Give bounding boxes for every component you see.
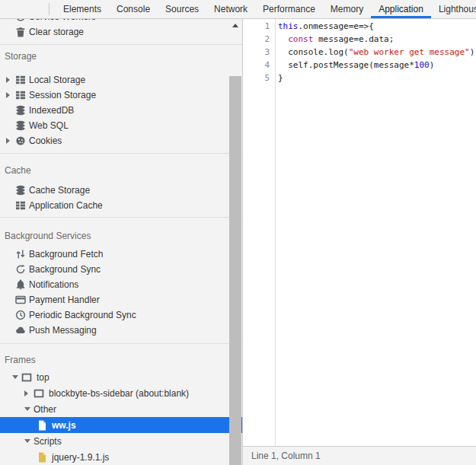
sidebar-item-push-messaging[interactable]: Push Messaging [0,323,242,338]
sidebar-item-payment-handler[interactable]: Payment Handler [0,292,242,307]
token-plain: } [278,73,283,83]
database-icon [15,105,26,116]
scroll-up-arrow-icon[interactable] [232,24,238,27]
sidebar-scrollbar-thumb[interactable] [229,76,241,465]
item-label: top [37,372,50,383]
token-atom: this [278,21,299,31]
sidebar-item-web-sql[interactable]: Web SQL [0,118,242,133]
token-plain: message=e.data; [313,34,394,44]
tab-sources[interactable]: Sources [158,0,206,18]
trash-icon [15,27,26,37]
tab-elements[interactable]: Elements [56,0,109,18]
token-plain: console.log( [278,47,349,57]
item-label: Payment Handler [29,295,100,305]
code-line: 5} [243,72,476,84]
sidebar-item-indexeddb[interactable]: IndexedDB [0,103,242,118]
tab-lighthouse[interactable]: Lighthouse [431,0,476,18]
item-label: Push Messaging [29,325,97,336]
frame-item-scripts[interactable]: Scripts [0,433,242,449]
tab-application[interactable]: Application [371,0,431,18]
section-header-storage: Storage [0,49,242,64]
item-label: Web SQL [29,120,69,131]
tab-memory[interactable]: Memory [323,0,371,18]
clock-icon [15,310,26,320]
sidebar-item-local-storage[interactable]: Local Storage [0,72,242,88]
item-label: Other [34,404,56,415]
section-header-cache: Cache [0,163,242,178]
inspect-button[interactable] [5,0,24,18]
bg-fetch-icon [15,249,26,260]
section-bg: Background ServicesBackground FetchBackg… [0,217,242,338]
item-label: IndexedDB [29,105,74,116]
sidebar-item-service-workers[interactable]: Service Workers [0,19,242,24]
item-label: Cookies [29,135,62,146]
sidebar-item-clear-storage[interactable]: Clear storage [0,24,242,40]
section-storage: StorageLocal StorageSession StorageIndex… [0,44,242,148]
chevron-down-icon[interactable] [24,407,34,411]
tab-performance[interactable]: Performance [255,0,323,18]
sidebar-item-background-fetch[interactable]: Background Fetch [0,247,242,262]
code-line: 3 console.log("web worker get message") [243,46,476,59]
doc-script-icon [37,452,47,463]
cloud-icon [15,325,26,336]
token-plain [278,34,288,44]
frame-item-blockbyte-bs-sidebar-about-blank[interactable]: blockbyte-bs-sidebar (about:blank) [0,385,242,401]
token-keyword: const [288,34,313,44]
sidebar-item-background-sync[interactable]: Background Sync [0,262,242,277]
code-text: this.onmessage=e=>{ [275,20,374,33]
editor-statusbar: Line 1, Column 1 [243,446,476,465]
frame-icon [34,388,44,399]
chevron-right-icon[interactable] [6,92,15,98]
section-sw: Service WorkersClear storage [0,19,242,40]
chevron-right-icon[interactable] [6,138,15,144]
service-worker-icon [15,19,26,22]
sidebar-item-periodic-background-sync[interactable]: Periodic Background Sync [0,307,242,323]
code-line: 4 self.postMessage(message*100) [243,59,476,72]
payment-icon [15,295,26,305]
line-number: 2 [243,33,275,46]
source-editor[interactable]: 1this.onmessage=e=>{2 const message=e.da… [243,19,476,465]
item-label: Cache Storage [29,185,90,196]
application-panel: Service WorkersClear storageStorageLocal… [0,19,476,465]
database-icon [15,185,26,196]
section-separator [0,44,242,45]
device-toolbar-button[interactable] [24,0,44,18]
gutter-divider [275,19,276,446]
line-number: 1 [243,20,275,33]
sidebar-item-cookies[interactable]: Cookies [0,133,242,148]
sidebar-item-notifications[interactable]: Notifications [0,277,242,292]
bg-sync-icon [15,264,26,275]
code-line: 2 const message=e.data; [243,33,476,46]
bell-icon [15,279,26,290]
frame-item-other[interactable]: Other [0,401,242,417]
cursor-position-label: Line 1, Column 1 [251,451,321,461]
code-area: 1this.onmessage=e=>{2 const message=e.da… [243,19,476,84]
sidebar-item-session-storage[interactable]: Session Storage [0,88,242,103]
frame-item-jquery-1-9-1-js[interactable]: jquery-1.9.1.js [0,449,242,465]
item-label: Session Storage [29,90,96,100]
chevron-right-icon[interactable] [24,390,34,397]
token-plain: .onmessage=e=>{ [299,21,374,31]
frame-item-ww-js[interactable]: ww.js [0,417,242,433]
chevron-right-icon[interactable] [6,77,15,83]
frame-item-top[interactable]: top [0,369,242,385]
item-label: Scripts [34,436,62,447]
table-icon [15,200,26,211]
section-separator [0,343,242,344]
cookie-icon [15,135,26,146]
tab-network[interactable]: Network [206,0,255,18]
item-label: jquery-1.9.1.js [52,452,109,463]
sidebar-item-cache-storage[interactable]: Cache Storage [0,183,242,198]
code-text: console.log("web worker get message") [275,46,474,59]
toolbar-divider [49,3,50,15]
item-label: blockbyte-bs-sidebar (about:blank) [49,388,189,399]
chevron-down-icon[interactable] [12,375,21,379]
sidebar-item-application-cache[interactable]: Application Cache [0,198,242,213]
token-plain: self.postMessage(message* [278,60,414,70]
item-label: Background Sync [29,264,101,275]
tab-console[interactable]: Console [109,0,158,18]
code-text: self.postMessage(message*100) [275,59,434,72]
chevron-down-icon[interactable] [24,439,34,443]
application-sidebar: Service WorkersClear storageStorageLocal… [0,19,243,465]
line-number: 3 [243,46,275,59]
